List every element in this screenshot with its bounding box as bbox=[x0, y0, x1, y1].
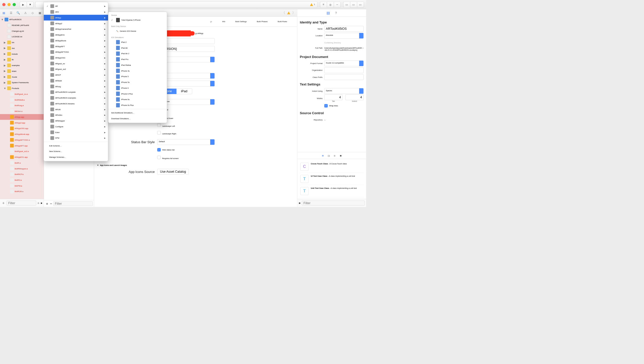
scheme-item[interactable]: ARToolKit5iOS examples▶ bbox=[44, 95, 108, 101]
simulator-item[interactable]: iPad 2 bbox=[108, 39, 167, 45]
scheme-item[interactable]: AR2▶ bbox=[44, 9, 108, 15]
product-row[interactable]: libARMulti.a bbox=[0, 97, 44, 103]
project-row[interactable]: ▼ARToolKit5iOS bbox=[0, 17, 44, 22]
remove-target-button[interactable]: − bbox=[50, 201, 52, 206]
hide-statusbar-checkbox[interactable]: ✓ bbox=[157, 148, 161, 151]
requires-fullscreen-checkbox[interactable] bbox=[157, 156, 161, 159]
reveal-arrow-icon[interactable]: ➜ bbox=[362, 47, 364, 49]
folder-row[interactable]: ▶lib bbox=[0, 57, 44, 63]
wrap-lines-checkbox[interactable]: ✓ bbox=[324, 104, 328, 108]
warning-icon[interactable] bbox=[287, 11, 290, 14]
scheme-item[interactable]: ARMulti▶ bbox=[44, 78, 108, 84]
product-row[interactable]: libARosg.a bbox=[0, 103, 44, 108]
add-simulators[interactable]: Add Additional Simulators… bbox=[108, 110, 167, 116]
tab-build-settings[interactable]: Build Settings bbox=[235, 20, 247, 23]
run-button[interactable]: ▶ bbox=[20, 2, 26, 8]
product-row[interactable]: libARICP.a bbox=[0, 171, 44, 177]
indent-width-field[interactable] bbox=[345, 95, 364, 100]
scheme-item[interactable]: ARAppNFTOSG▶ bbox=[44, 49, 108, 55]
simulator-item[interactable]: iPhone 6 bbox=[108, 85, 167, 91]
simulator-item[interactable]: iPhone 6 Plus bbox=[108, 91, 167, 97]
product-row[interactable]: libAR.a bbox=[0, 160, 44, 166]
scheme-item[interactable]: ARToolKit5iOS libraries▶ bbox=[44, 101, 108, 107]
tab-info[interactable]: Info bbox=[222, 20, 225, 23]
symbol-navigator-icon[interactable]: ☰ bbox=[8, 10, 14, 15]
product-row[interactable]: libKPM.a bbox=[0, 183, 44, 189]
standard-editor-button[interactable]: ≡ bbox=[320, 2, 327, 8]
product-row[interactable]: libARWrapper.a bbox=[0, 166, 44, 171]
identity-name-field[interactable] bbox=[324, 26, 364, 32]
folder-row[interactable]: ▼Products bbox=[0, 85, 44, 91]
simulator-item[interactable]: iPad Retina bbox=[108, 62, 167, 68]
product-row[interactable]: ARAppNFT.app bbox=[0, 143, 44, 148]
device-item[interactable]: 🔨Generic iOS Device bbox=[108, 28, 167, 34]
version-editor-button[interactable]: ↔ bbox=[334, 2, 341, 8]
product-row[interactable]: libAR2.a bbox=[0, 177, 44, 183]
scheme-item[interactable]: ARgsub_es2▶ bbox=[44, 66, 108, 72]
scheme-item[interactable]: ARAppNFT▶ bbox=[44, 43, 108, 49]
scheme-item[interactable]: KPM▶ bbox=[44, 135, 108, 141]
landscape-left-checkbox[interactable] bbox=[157, 123, 161, 127]
zoom-icon[interactable] bbox=[13, 3, 16, 6]
scheme-item[interactable]: ARAppCameraTest▶ bbox=[44, 26, 108, 32]
device-item[interactable]: ✓Yuta Kriyama のiPhone bbox=[108, 17, 167, 23]
folder-row[interactable]: ▶Xcode bbox=[0, 74, 44, 80]
statusbar-select[interactable]: Default bbox=[157, 139, 214, 145]
scheme-item[interactable]: ARAppES1▶ bbox=[44, 32, 108, 38]
file-row[interactable]: ChangeLog.txt bbox=[0, 28, 44, 34]
project-navigator-icon[interactable]: ▤ bbox=[1, 10, 7, 15]
add-button[interactable]: ＋ bbox=[2, 200, 5, 205]
device-menu[interactable]: Device ✓Yuta Kriyama のiPhone Build Only … bbox=[108, 12, 167, 123]
simulator-item[interactable]: iPhone 6s bbox=[108, 97, 167, 102]
minimize-icon[interactable] bbox=[8, 3, 11, 6]
scheme-action[interactable]: Edit Scheme… bbox=[44, 143, 108, 148]
scm-icon[interactable]: ▣ bbox=[41, 202, 42, 204]
object-library-icon[interactable]: ◎ bbox=[334, 155, 335, 157]
scheme-item[interactable]: ARUtil▶ bbox=[44, 106, 108, 112]
file-template-icon[interactable]: ▤ bbox=[322, 155, 324, 157]
add-target-button[interactable]: ＋ bbox=[45, 201, 49, 206]
product-row[interactable]: ARAppOSG.app bbox=[0, 126, 44, 131]
scheme-item[interactable]: Configure▶ bbox=[44, 124, 108, 130]
scheme-item[interactable]: ARgsub_es▶ bbox=[44, 61, 108, 67]
folder-row[interactable]: ▶bin bbox=[0, 40, 44, 45]
jump-back-icon[interactable]: 〈 bbox=[282, 11, 285, 15]
scheme-item[interactable]: ARICP▶ bbox=[44, 72, 108, 78]
scheme-action[interactable]: New Scheme… bbox=[44, 148, 108, 154]
file-row[interactable]: LICENSE.txt bbox=[0, 34, 44, 40]
close-icon[interactable] bbox=[2, 3, 6, 6]
folder-row[interactable]: ▶doc bbox=[0, 45, 44, 51]
product-row[interactable]: libARgsub_es.a bbox=[0, 91, 44, 97]
scheme-item[interactable]: ARvideo▶ bbox=[44, 112, 108, 118]
stop-button[interactable]: ■ bbox=[27, 2, 34, 8]
simulator-item[interactable]: iPad Pro bbox=[108, 56, 167, 62]
product-row[interactable]: ARAppMovie.app bbox=[0, 131, 44, 137]
product-row[interactable]: libEden.a bbox=[0, 108, 44, 114]
code-snippet-icon[interactable]: { } bbox=[328, 155, 330, 157]
folder-row[interactable]: ▶System Frameworks bbox=[0, 80, 44, 85]
product-row[interactable]: ARAppES1.app bbox=[0, 154, 44, 160]
scheme-item[interactable]: ARAppOSG▶ bbox=[44, 55, 108, 61]
media-library-icon[interactable]: ▦ bbox=[340, 155, 342, 157]
class-prefix-field[interactable] bbox=[324, 74, 364, 80]
indent-using-select[interactable]: Spaces bbox=[324, 88, 364, 94]
folder-row[interactable]: ▶share bbox=[0, 68, 44, 74]
project-format-select[interactable]: Xcode 3.2-compatible bbox=[324, 60, 364, 66]
tab-width-field[interactable] bbox=[324, 95, 342, 100]
tab-build-rules[interactable]: Build Rules bbox=[278, 20, 287, 23]
location-select[interactable]: Absolute bbox=[324, 33, 364, 39]
warning-badge[interactable]: 1 bbox=[310, 3, 315, 6]
landscape-right-checkbox[interactable] bbox=[157, 131, 161, 134]
clock-icon[interactable]: ◷ bbox=[38, 202, 39, 204]
product-row[interactable]: ARApp2.app bbox=[0, 120, 44, 126]
scheme-item[interactable]: ARApp▶ bbox=[44, 15, 108, 21]
product-row[interactable]: ARAppNFTOSG.a bbox=[0, 137, 44, 143]
scheme-item[interactable]: ARAppMovie▶ bbox=[44, 38, 108, 44]
app-icons-section[interactable]: ▼App Icons and Launch Images bbox=[94, 161, 291, 168]
test-navigator-icon[interactable]: ◇ bbox=[30, 10, 36, 15]
product-row[interactable]: libARUtil.a bbox=[0, 189, 44, 194]
folder-row[interactable]: ▶include bbox=[0, 51, 44, 57]
product-row[interactable]: libARgsub_es2.a bbox=[0, 148, 44, 154]
product-row[interactable]: ARApp.app bbox=[0, 114, 44, 120]
scheme-item[interactable]: ARToolKit5iOS complete▶ bbox=[44, 89, 108, 95]
